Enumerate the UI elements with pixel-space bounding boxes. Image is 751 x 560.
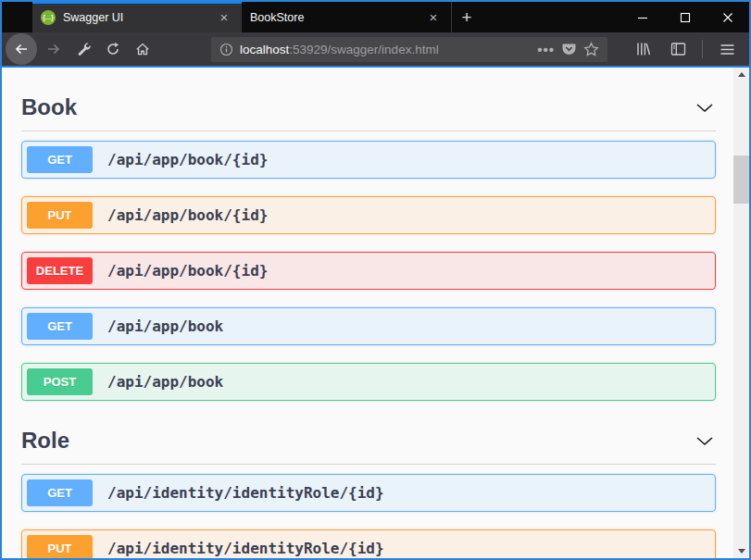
api-tag-section: Book GET /api/app/book/{id} PUT /api/app… [21, 93, 716, 401]
operation-row[interactable]: POST /api/app/book [21, 363, 716, 401]
menu-hamburger-icon[interactable] [714, 36, 740, 62]
operation-row[interactable]: PUT /api/app/book/{id} [21, 196, 716, 234]
tab-swagger-ui[interactable]: {…} Swagger UI × [32, 2, 242, 32]
operation-row[interactable]: GET /api/identity/identityRole/{id} [21, 474, 716, 512]
maximize-button[interactable] [664, 2, 707, 32]
new-tab-button[interactable]: + [451, 2, 482, 32]
url-host: localhost [240, 43, 289, 56]
operation-path: /api/app/book/{id} [107, 151, 268, 168]
section-divider [21, 131, 716, 131]
operation-row[interactable]: DELETE /api/app/book/{id} [21, 252, 716, 290]
home-button[interactable] [130, 36, 156, 62]
wrench-icon[interactable] [70, 36, 96, 62]
pocket-icon[interactable] [561, 42, 577, 56]
scroll-up-arrow-icon[interactable] [733, 68, 749, 81]
chevron-down-icon[interactable] [694, 431, 716, 450]
sidebar-toggle-icon[interactable] [665, 36, 691, 62]
api-tag-section: Role GET /api/identity/identityRole/{id}… [21, 427, 716, 558]
tab-title: BookStore [250, 11, 417, 24]
forward-button[interactable] [41, 36, 67, 62]
url-path: :53929/swagger/index.html [289, 43, 438, 56]
tab-bookstore[interactable]: BookStore × [242, 2, 451, 32]
operation-path: /api/app/book [107, 317, 223, 335]
operation-list: GET /api/identity/identityRole/{id} PUT … [21, 474, 716, 558]
operation-path: /api/identity/identityRole/{id} [107, 540, 384, 557]
operation-row[interactable]: GET /api/app/book [21, 307, 716, 345]
method-badge: GET [27, 479, 93, 506]
section-header[interactable]: Book [21, 93, 716, 120]
scroll-down-arrow-icon[interactable] [733, 544, 749, 558]
back-button[interactable] [6, 33, 37, 65]
operation-list: GET /api/app/book/{id} PUT /api/app/book… [21, 141, 716, 401]
api-sections: Book GET /api/app/book/{id} PUT /api/app… [2, 68, 733, 558]
method-badge: DELETE [27, 257, 93, 284]
close-tab-icon[interactable]: × [215, 8, 233, 27]
section-header[interactable]: Role [21, 427, 716, 454]
method-badge: GET [27, 146, 93, 173]
minimize-button[interactable] [621, 2, 664, 32]
tabbar-left-gap [2, 2, 32, 32]
close-window-button[interactable] [707, 2, 749, 32]
operation-path: /api/identity/identityRole/{id} [107, 484, 384, 502]
scrollbar-thumb[interactable] [733, 156, 749, 204]
browser-window: {…} Swagger UI × BookStore × + [0, 0, 751, 560]
swagger-favicon-icon: {…} [41, 10, 56, 25]
tab-title: Swagger UI [63, 11, 207, 24]
page-content: Book GET /api/app/book/{id} PUT /api/app… [2, 68, 749, 558]
reload-button[interactable] [100, 36, 126, 62]
site-info-icon[interactable] [219, 43, 233, 56]
method-badge: GET [27, 313, 93, 340]
toolbar-separator [702, 40, 703, 58]
page-actions-icon[interactable]: ••• [537, 42, 555, 57]
method-badge: PUT [27, 535, 93, 558]
operation-path: /api/app/book [107, 373, 223, 391]
vertical-scrollbar[interactable] [733, 68, 749, 558]
chevron-down-icon[interactable] [694, 98, 716, 117]
navigation-toolbar: localhost:53929/swagger/index.html ••• [2, 32, 749, 68]
library-icon[interactable] [630, 36, 656, 62]
section-title: Book [21, 94, 77, 120]
section-divider [21, 464, 716, 465]
bookmark-star-icon[interactable] [583, 42, 599, 57]
section-title: Role [21, 428, 69, 454]
operation-row[interactable]: GET /api/app/book/{id} [21, 141, 716, 179]
operation-row[interactable]: PUT /api/identity/identityRole/{id} [21, 529, 716, 558]
window-controls [621, 2, 749, 32]
tab-bar: {…} Swagger UI × BookStore × + [2, 2, 749, 32]
operation-path: /api/app/book/{id} [107, 206, 268, 224]
url-text[interactable]: localhost:53929/swagger/index.html [240, 43, 531, 56]
close-tab-icon[interactable]: × [424, 8, 443, 27]
url-bar[interactable]: localhost:53929/swagger/index.html ••• [211, 37, 607, 62]
method-badge: PUT [27, 202, 93, 229]
operation-path: /api/app/book/{id} [107, 262, 268, 280]
method-badge: POST [27, 368, 93, 395]
toolbar-right-group [628, 36, 742, 62]
